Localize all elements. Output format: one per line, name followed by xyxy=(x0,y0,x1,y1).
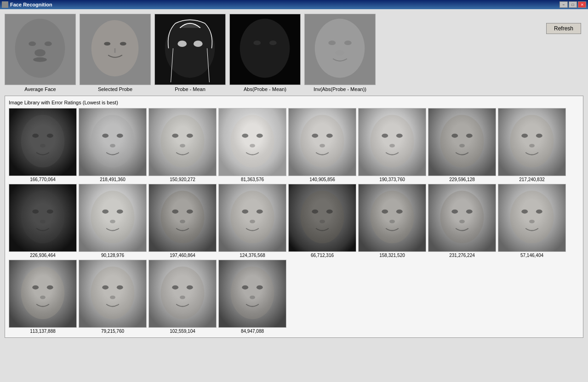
maximize-button[interactable]: □ xyxy=(569,1,577,8)
abs-probe-label: Abs(Probe - Mean) xyxy=(244,86,286,92)
library-score-17: 113,137,888 xyxy=(30,329,56,334)
library-face-11[interactable] xyxy=(148,184,217,252)
svg-point-85 xyxy=(21,267,65,319)
svg-point-67 xyxy=(257,210,263,214)
svg-point-93 xyxy=(161,267,205,319)
library-score-14: 158,321,520 xyxy=(379,253,405,258)
svg-point-83 xyxy=(536,210,542,214)
library-face-19[interactable] xyxy=(148,260,217,328)
library-title: Image Library with Error Ratings (Lowest… xyxy=(9,100,579,105)
svg-point-88 xyxy=(40,296,46,299)
grid-item-18: 79,215,760 xyxy=(79,260,147,334)
svg-point-87 xyxy=(47,285,53,290)
svg-point-41 xyxy=(371,115,414,167)
library-face-10[interactable] xyxy=(79,184,147,252)
library-face-4[interactable] xyxy=(218,108,286,176)
library-face-6[interactable] xyxy=(358,108,426,176)
library-score-3: 150,920,272 xyxy=(170,177,195,182)
svg-point-91 xyxy=(117,285,123,290)
svg-point-58 xyxy=(102,210,108,214)
library-face-18[interactable] xyxy=(79,260,147,328)
library-face-16[interactable] xyxy=(498,184,566,252)
grid-item-11: 197,460,864 xyxy=(148,184,217,258)
window-controls: − □ ✕ xyxy=(559,1,586,8)
library-face-3[interactable] xyxy=(148,108,217,176)
svg-point-21 xyxy=(21,115,65,167)
svg-point-53 xyxy=(21,191,65,243)
svg-point-19 xyxy=(344,40,352,45)
close-button[interactable]: ✕ xyxy=(578,1,586,8)
svg-point-39 xyxy=(326,134,333,138)
avg-face-image[interactable] xyxy=(5,14,76,85)
svg-point-69 xyxy=(301,191,344,243)
library-section: Image Library with Error Ratings (Lowest… xyxy=(5,96,583,338)
library-face-13[interactable] xyxy=(288,184,356,252)
svg-point-6 xyxy=(104,42,110,46)
svg-point-37 xyxy=(301,115,344,167)
svg-point-16 xyxy=(269,40,277,45)
inv-abs-probe-image[interactable] xyxy=(304,14,376,85)
svg-point-75 xyxy=(396,210,403,214)
library-face-1[interactable] xyxy=(9,108,77,176)
svg-point-76 xyxy=(389,220,395,223)
library-face-2[interactable] xyxy=(79,108,147,176)
svg-point-97 xyxy=(231,267,274,319)
svg-point-48 xyxy=(459,144,465,148)
inv-abs-probe-card: Inv(Abs(Probe - Mean)) xyxy=(304,14,376,92)
svg-point-40 xyxy=(320,144,325,148)
library-face-17[interactable] xyxy=(9,260,77,328)
grid-item-13: 66,712,316 xyxy=(288,184,356,258)
grid-item-4: 81,363,576 xyxy=(218,108,286,182)
library-score-19: 102,559,104 xyxy=(170,329,195,334)
svg-point-70 xyxy=(312,210,318,214)
library-face-20[interactable] xyxy=(218,260,286,328)
svg-point-27 xyxy=(117,134,123,138)
svg-point-92 xyxy=(110,296,115,299)
svg-point-59 xyxy=(117,210,123,214)
grid-item-3: 150,920,272 xyxy=(148,108,217,182)
library-score-12: 124,376,568 xyxy=(240,253,265,258)
refresh-button[interactable]: Refresh xyxy=(546,23,581,34)
svg-point-84 xyxy=(529,220,535,223)
svg-point-47 xyxy=(466,134,473,138)
library-face-9[interactable] xyxy=(9,184,77,252)
svg-point-86 xyxy=(32,285,39,290)
minimize-button[interactable]: − xyxy=(559,1,568,8)
library-score-20: 84,947,088 xyxy=(241,329,264,334)
svg-point-46 xyxy=(451,134,458,138)
abs-probe-image[interactable] xyxy=(229,14,301,85)
svg-point-60 xyxy=(110,220,115,223)
library-face-8[interactable] xyxy=(498,108,566,176)
grid-item-10: 90,128,976 xyxy=(79,184,147,258)
svg-point-71 xyxy=(326,210,333,214)
grid-item-16: 57,146,404 xyxy=(498,184,566,258)
library-face-5[interactable] xyxy=(288,108,356,176)
svg-point-33 xyxy=(231,115,274,167)
inv-abs-probe-label: Inv(Abs(Probe - Mean)) xyxy=(314,86,366,92)
grid-item-14: 158,321,520 xyxy=(358,184,426,258)
svg-point-0 xyxy=(15,19,65,78)
svg-point-7 xyxy=(120,42,126,46)
library-score-10: 90,128,976 xyxy=(101,253,124,258)
library-score-15: 231,276,224 xyxy=(449,253,475,258)
svg-point-90 xyxy=(102,285,108,290)
library-score-13: 66,712,316 xyxy=(311,253,334,258)
svg-point-78 xyxy=(451,210,458,214)
library-face-12[interactable] xyxy=(218,184,286,252)
library-score-9: 226,936,464 xyxy=(30,253,56,258)
selected-probe-image[interactable] xyxy=(80,14,151,85)
title-bar: Face Recognition − □ ✕ xyxy=(0,0,588,9)
svg-point-68 xyxy=(250,220,255,223)
library-face-14[interactable] xyxy=(358,184,426,252)
svg-point-64 xyxy=(180,220,185,223)
svg-point-99 xyxy=(257,285,263,290)
avg-face-card: Average Face xyxy=(5,14,76,92)
grid-item-20: 84,947,088 xyxy=(218,260,286,334)
svg-point-17 xyxy=(315,19,365,78)
probe-mean-image[interactable] xyxy=(154,14,226,85)
svg-point-29 xyxy=(161,115,205,167)
image-grid: 166,770,064218,491,360150,920,27281,363,… xyxy=(9,108,579,334)
svg-point-52 xyxy=(529,144,535,148)
library-face-7[interactable] xyxy=(428,108,496,176)
library-face-15[interactable] xyxy=(428,184,496,252)
